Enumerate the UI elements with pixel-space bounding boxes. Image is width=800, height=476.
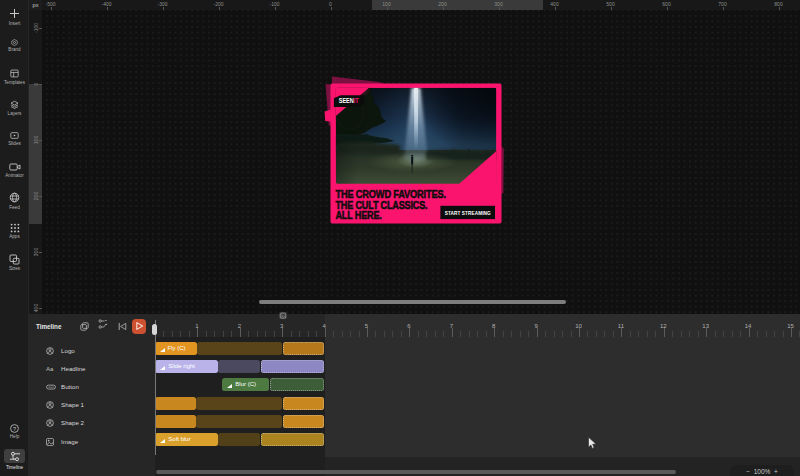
- svg-text:SEENIT: SEENIT: [339, 97, 359, 105]
- svg-text:ALL HERE.: ALL HERE.: [336, 209, 382, 221]
- svg-text:?: ?: [13, 425, 16, 431]
- svg-text:Aa: Aa: [46, 366, 54, 372]
- svg-text:START STREAMING: START STREAMING: [445, 209, 491, 216]
